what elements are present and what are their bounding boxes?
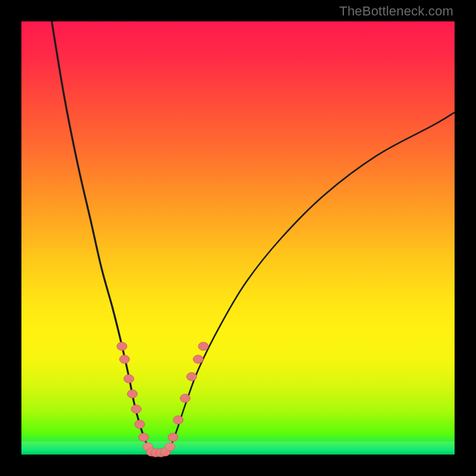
data-marker	[139, 433, 149, 441]
data-marker	[124, 375, 134, 383]
watermark-text: TheBottleneck.com	[339, 4, 453, 19]
data-marker	[120, 355, 130, 364]
data-marker	[168, 433, 178, 441]
data-marker	[173, 416, 183, 424]
data-marker	[198, 342, 208, 350]
data-marker	[187, 372, 197, 381]
markers-group	[117, 342, 208, 457]
data-marker	[180, 394, 190, 402]
chart-stage: TheBottleneck.com	[0, 0, 476, 476]
data-marker	[127, 390, 137, 398]
right-curve	[167, 112, 455, 452]
data-marker	[134, 420, 145, 428]
curves-svg	[21, 21, 455, 455]
data-marker	[193, 355, 203, 364]
data-marker	[165, 443, 175, 451]
plot-area	[21, 21, 455, 455]
left-curve	[52, 21, 154, 452]
data-marker	[131, 405, 141, 414]
data-marker	[117, 342, 127, 350]
